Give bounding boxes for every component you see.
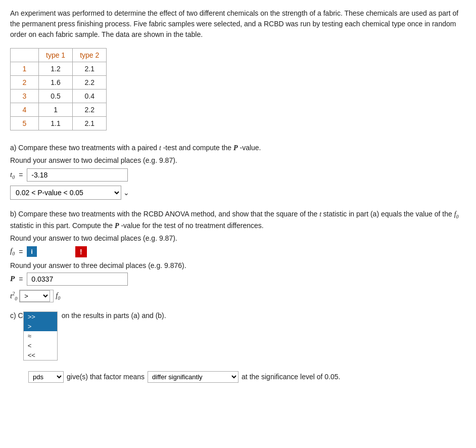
comparison-select[interactable]: >=<≥≤ <box>20 290 50 302</box>
conclude-option-gg[interactable]: >> <box>24 312 57 322</box>
section-c-pre: c) C <box>10 311 23 320</box>
table-row-num: 2 <box>11 76 39 89</box>
t-var: t <box>159 144 161 152</box>
c-row: c) C >> > ≈ < << on the results in parts… <box>10 311 466 367</box>
section-a-text3: -value. <box>240 144 261 152</box>
t-var-b: t <box>319 210 323 218</box>
f0-label: f0 <box>10 247 15 256</box>
P-input[interactable] <box>27 273 128 286</box>
table-row-num: 1 <box>11 62 39 76</box>
table-row-num: 5 <box>11 117 39 130</box>
P-equals: = <box>19 275 23 283</box>
P-var: P <box>233 144 238 152</box>
f0-var-b: f0 <box>454 210 459 218</box>
t0-row: t0 = -3.18 <box>10 168 466 182</box>
table-header-type1: type 1 <box>39 49 73 62</box>
conclude-option-ll[interactable]: << <box>24 350 57 360</box>
conclude-row: pdsmethods give(s) that factor means dif… <box>10 371 466 383</box>
pvalue-select[interactable]: 0.01 < P-value < 0.020.02 < P-value < 0.… <box>10 186 121 200</box>
table-row-num: 4 <box>11 103 39 117</box>
t0-input[interactable]: -3.18 <box>27 168 128 182</box>
section-b-round2: Round your answer to three decimal place… <box>10 261 466 270</box>
table-header-blank <box>11 49 39 62</box>
table-cell: 1 <box>39 103 73 117</box>
f0-info-button[interactable]: i <box>27 246 37 257</box>
t0-equals: = <box>19 171 23 179</box>
data-table: type 1 type 2 11.22.121.62.230.50.4412.2… <box>10 48 107 130</box>
table-cell: 2.1 <box>73 62 107 76</box>
table-cell: 2.1 <box>73 117 107 130</box>
section-a-round: Round your answer to two decimal places … <box>10 156 466 164</box>
section-b-round: Round your answer to two decimal places … <box>10 234 466 242</box>
t0sq-row: t20 >=<≥≤ f0 <box>10 290 466 302</box>
section-b-text1: b) Compare these two treatments with the… <box>10 210 317 218</box>
P-var-b: P <box>115 222 119 230</box>
P-label: P <box>10 275 15 283</box>
section-c: c) C >> > ≈ < << on the results in parts… <box>10 311 466 383</box>
f0-label2: f0 <box>56 291 60 301</box>
table-row-num: 3 <box>11 89 39 103</box>
conclude-option-l[interactable]: < <box>24 341 57 350</box>
section-c-mid: on the results in parts (a) and (b). <box>62 311 166 320</box>
f0-equals: = <box>19 248 23 256</box>
intro-text: An experiment was performed to determine… <box>10 8 466 40</box>
table-cell: 1.6 <box>39 76 73 89</box>
table-cell: 1.2 <box>39 62 73 76</box>
conclude-option-approx[interactable]: ≈ <box>24 331 57 341</box>
table-cell: 2.2 <box>73 103 107 117</box>
table-cell: 0.4 <box>73 89 107 103</box>
give-label: give(s) that factor means <box>67 373 145 381</box>
section-a: a) Compare these two treatments with a p… <box>10 143 466 200</box>
pvalue-row: 0.01 < P-value < 0.020.02 < P-value < 0.… <box>10 186 466 200</box>
table-header-type2: type 2 <box>73 49 107 62</box>
section-a-text1: a) Compare these two treatments with a p… <box>10 144 157 152</box>
table-cell: 0.5 <box>39 89 73 103</box>
significance-select[interactable]: differ significantlydo not differ signif… <box>148 371 239 383</box>
comparison-dropdown-panel: >=<≥≤ <box>19 290 54 302</box>
t0sq-label: t20 <box>10 291 17 301</box>
section-a-label: a) Compare these two treatments with a p… <box>10 143 466 153</box>
conclude-dropdown-panel: >> > ≈ < << <box>23 311 58 361</box>
section-b-text2: statistic in part (a) equals the value o… <box>323 210 452 218</box>
f0-row: f0 = i ! <box>10 246 466 257</box>
section-b-label: b) Compare these two treatments with the… <box>10 209 466 231</box>
section-b-text3: statistic in this part. Compute the <box>10 221 113 230</box>
conclude-option-g[interactable]: > <box>24 322 57 331</box>
table-cell: 1.1 <box>39 117 73 130</box>
table-cell: 2.2 <box>73 76 107 89</box>
sig-level: at the significance level of 0.05. <box>242 373 340 381</box>
section-a-text2: -test and compute the <box>163 144 231 152</box>
section-b-text4: -value for the test of no treatment diff… <box>121 221 263 230</box>
exclaim-badge: ! <box>75 246 87 257</box>
methods-select[interactable]: pdsmethods <box>28 371 64 383</box>
section-b: b) Compare these two treatments with the… <box>10 209 466 302</box>
pvalue-chevron: ⌄ <box>123 189 129 197</box>
P-row: P = <box>10 273 466 286</box>
t0-label: t0 <box>10 170 15 180</box>
